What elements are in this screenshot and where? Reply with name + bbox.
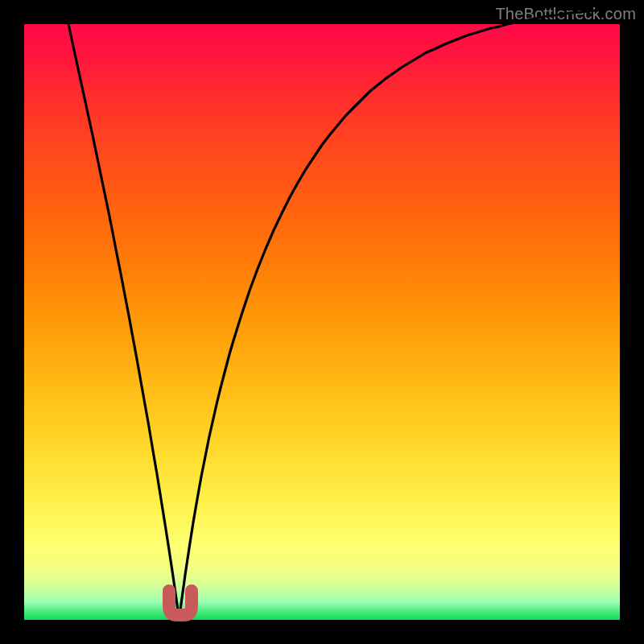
plot-area bbox=[24, 24, 620, 620]
chart-frame: TheBottleneck.com bbox=[0, 0, 644, 644]
bottleneck-curve bbox=[68, 8, 620, 610]
curve-svg bbox=[24, 24, 620, 620]
